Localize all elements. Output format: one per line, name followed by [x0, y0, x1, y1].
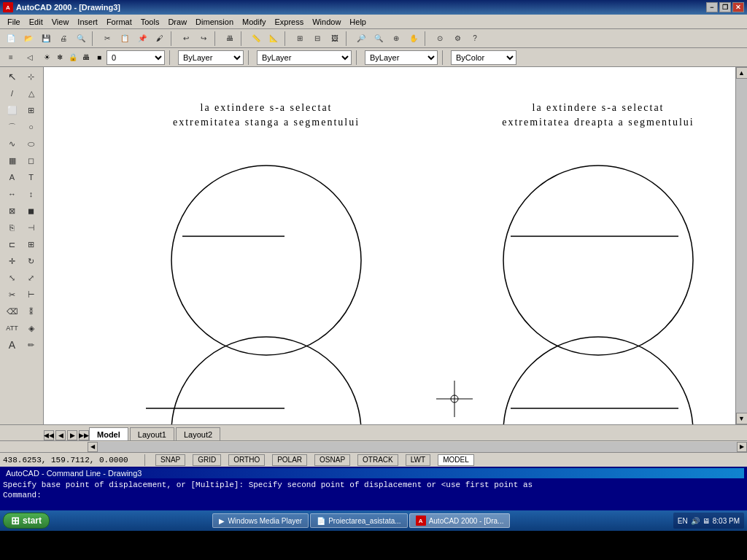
dist-button[interactable]: 📏	[248, 31, 264, 47]
tab-model[interactable]: Model	[89, 427, 128, 440]
menu-view[interactable]: View	[47, 17, 74, 27]
lt-hatch-button[interactable]: ▦	[4, 152, 21, 168]
tab-layout2[interactable]: Layout2	[176, 427, 220, 440]
lt-select2-button[interactable]: ⊹	[23, 69, 40, 85]
lt-spline-button[interactable]: ∿	[4, 136, 21, 152]
redo-button[interactable]: ↪	[196, 31, 212, 47]
lt-poly-button[interactable]: ⬜	[4, 102, 21, 118]
lt-array-button[interactable]: ⊞	[23, 236, 40, 252]
menu-window[interactable]: Window	[308, 17, 345, 27]
lt-mirror-button[interactable]: ⊣	[23, 219, 40, 236]
tab-scroll-last[interactable]: ▶▶	[79, 430, 89, 440]
snap-dist-button[interactable]: 📐	[266, 31, 282, 47]
menu-modify[interactable]: Modify	[238, 17, 270, 27]
scroll-track-vertical[interactable]	[736, 79, 748, 413]
linetype-select[interactable]: ByLayer	[257, 50, 352, 65]
lt-text-button[interactable]: T	[23, 169, 40, 185]
command-prompt[interactable]: Command:	[3, 491, 744, 499]
taskbar-proiectarea[interactable]: 📄 Proiectarea_asistata...	[310, 513, 408, 528]
restore-button[interactable]: ❐	[719, 2, 731, 12]
save-button[interactable]: 💾	[38, 31, 54, 47]
lt-attrib-button[interactable]: ATT	[4, 320, 21, 336]
start-button[interactable]: ⊞ start	[3, 513, 50, 529]
lineweight-select[interactable]: ByLayer	[365, 50, 438, 65]
lt-mtext-button[interactable]: A	[4, 169, 21, 185]
taskbar-autocad[interactable]: A AutoCAD 2000 - [Dra...	[409, 513, 511, 528]
lt-circle-button[interactable]: ○	[23, 119, 40, 135]
plot-button[interactable]: 🖶	[222, 31, 238, 47]
layer-dialog-button[interactable]: ≡	[3, 50, 19, 66]
osnap-button[interactable]: OSNAP	[314, 454, 350, 466]
lt-offset-button[interactable]: ⊏	[4, 236, 21, 252]
lt-move-button[interactable]: ✛	[4, 253, 21, 269]
lt-arc-button[interactable]: ⌒	[4, 119, 21, 135]
print-button[interactable]: 🖨	[55, 31, 71, 47]
model-button[interactable]: MODEL	[438, 454, 474, 466]
hscroll-right-button[interactable]: ▶	[737, 442, 747, 452]
lt-pencil-button[interactable]: ✏	[23, 337, 40, 353]
insert-button[interactable]: ⊞	[292, 31, 308, 47]
lt-scale-button[interactable]: ⤡	[4, 270, 21, 286]
lt-region-button[interactable]: ◻	[23, 152, 40, 168]
lt-rect-button[interactable]: ⊞	[23, 102, 40, 118]
scroll-up-button[interactable]: ▲	[736, 67, 748, 79]
menu-insert[interactable]: Insert	[73, 17, 102, 27]
lt-extend-button[interactable]: ⊢	[23, 287, 40, 303]
lt-ellipse-button[interactable]: ⬭	[23, 136, 40, 152]
taskbar-media-player[interactable]: ▶ Windows Media Player	[212, 513, 309, 528]
aerial-button[interactable]: ⊙	[432, 31, 448, 47]
print-preview-button[interactable]: 🔍	[73, 31, 89, 47]
plotstyle-select[interactable]: ByColor	[451, 50, 516, 65]
lt-solid-button[interactable]: ◼	[23, 203, 40, 219]
lt-rotate-button[interactable]: ↻	[23, 253, 40, 269]
cut-button[interactable]: ✂	[99, 31, 115, 47]
ortho-button[interactable]: ORTHO	[228, 454, 265, 466]
lt-erase-button[interactable]: ⌫	[4, 303, 21, 319]
help-button[interactable]: ?	[467, 31, 483, 47]
lt-explode-button[interactable]: ⁑	[23, 303, 40, 319]
menu-help[interactable]: Help	[345, 17, 371, 27]
menu-tools[interactable]: Tools	[136, 17, 164, 27]
tab-layout1[interactable]: Layout1	[130, 427, 174, 440]
zoom-prev-button[interactable]: 🔍	[371, 31, 387, 47]
lt-dim-button[interactable]: ↕	[23, 186, 40, 202]
menu-dimension[interactable]: Dimension	[191, 17, 238, 27]
tab-scroll-next[interactable]: ▶	[67, 430, 77, 440]
hscroll-track[interactable]	[98, 442, 737, 452]
lt-3dop-button[interactable]: ⊠	[4, 203, 21, 219]
lt-trim-button[interactable]: ✂	[4, 287, 21, 303]
match-prop-button[interactable]: 🖌	[152, 31, 168, 47]
menu-draw[interactable]: Draw	[163, 17, 191, 27]
lt-select-button[interactable]: ↖	[4, 69, 21, 85]
image-button[interactable]: 🖼	[327, 31, 343, 47]
tab-scroll-first[interactable]: ◀◀	[44, 430, 54, 440]
close-button[interactable]: ✕	[732, 2, 744, 12]
color-select[interactable]: ByLayer	[178, 50, 244, 65]
canvas-area[interactable]: la extindere s-a selectat extremitatea s…	[44, 67, 735, 424]
paste-button[interactable]: 📌	[134, 31, 150, 47]
pan-button[interactable]: ✋	[406, 31, 422, 47]
snap-button[interactable]: SNAP	[155, 454, 185, 466]
copy-button[interactable]: 📋	[117, 31, 133, 47]
minimize-button[interactable]: −	[706, 2, 718, 12]
lt-wipeout-button[interactable]: ◈	[23, 320, 40, 336]
new-button[interactable]: 📄	[3, 31, 19, 47]
lt-dim-linear-button[interactable]: ↔	[4, 186, 21, 202]
lt-text2-button[interactable]: A	[4, 337, 21, 353]
open-button[interactable]: 📂	[20, 31, 36, 47]
grid-button[interactable]: GRID	[193, 454, 221, 466]
menu-format[interactable]: Format	[102, 17, 136, 27]
otrack-button[interactable]: OTRACK	[357, 454, 398, 466]
menu-file[interactable]: File	[3, 17, 25, 27]
menu-edit[interactable]: Edit	[25, 17, 47, 27]
layer-prev-button[interactable]: ◁	[22, 50, 38, 66]
tab-scroll-prev[interactable]: ◀	[55, 430, 66, 440]
lt-line-button[interactable]: /	[4, 85, 21, 101]
hscroll-left-button[interactable]: ◀	[88, 442, 98, 452]
lt-stretch-button[interactable]: ⤢	[23, 270, 40, 286]
polar-button[interactable]: POLAR	[272, 454, 307, 466]
lt-copy-button[interactable]: ⎘	[4, 219, 21, 236]
dsettings-button[interactable]: ⚙	[449, 31, 465, 47]
undo-button[interactable]: ↩	[178, 31, 194, 47]
zoom-window-button[interactable]: 🔎	[353, 31, 369, 47]
